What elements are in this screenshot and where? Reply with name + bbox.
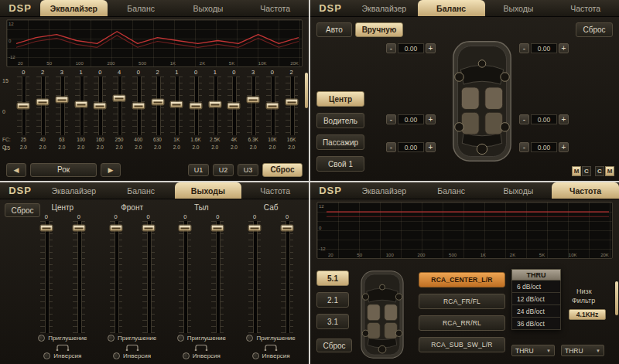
slope-option[interactable]: 24 dB/oct (511, 305, 561, 318)
tab-frequency[interactable]: Частота (241, 182, 309, 199)
eq-slider-thumb[interactable] (151, 98, 164, 105)
balance-reset-button[interactable]: Сброс (576, 22, 613, 37)
eq-slider-thumb[interactable] (170, 100, 183, 107)
mc-cell[interactable]: C (595, 166, 604, 176)
eq-slider-thumb[interactable] (74, 100, 87, 107)
output-slider[interactable] (40, 221, 53, 333)
output-slider-thumb[interactable] (211, 225, 224, 232)
auto-mode-button[interactable]: Авто (316, 22, 352, 37)
eq-slider-thumb[interactable] (36, 98, 50, 105)
tab-frequency[interactable]: Частота (552, 0, 619, 16)
hpf-select[interactable]: THRU ▼ (561, 345, 604, 356)
mode-5-1-button[interactable]: 5.1 (316, 270, 349, 286)
minus-button[interactable]: - (519, 114, 529, 124)
eq-band-slider[interactable] (17, 77, 29, 135)
eq-slider-thumb[interactable] (132, 103, 145, 110)
eq-band-slider[interactable] (286, 77, 298, 135)
eq-band-slider[interactable] (247, 77, 259, 135)
eq-band-slider[interactable] (113, 77, 125, 135)
plus-button[interactable]: + (559, 142, 569, 152)
mute-checkbox[interactable] (38, 335, 45, 342)
channel-link-icon[interactable] (263, 344, 279, 351)
eq-band-slider[interactable] (94, 77, 106, 135)
plus-button[interactable]: + (559, 43, 569, 53)
mute-checkbox[interactable] (177, 335, 184, 342)
eq-band-slider[interactable] (227, 77, 240, 135)
invert-checkbox[interactable] (252, 352, 259, 359)
eq-band-slider[interactable] (170, 77, 183, 135)
eq-slider-thumb[interactable] (265, 103, 279, 110)
preset-custom-button[interactable]: Свой 1 (316, 156, 364, 172)
rca-sub-button[interactable]: RCA_SUB_SW_L/R (419, 337, 505, 352)
minus-button[interactable]: - (519, 142, 529, 152)
output-slider-thumb[interactable] (142, 225, 155, 232)
memory-u2-button[interactable]: U2 (213, 164, 234, 176)
plus-button[interactable]: + (426, 142, 436, 152)
eq-slider-thumb[interactable] (247, 97, 260, 104)
eq-band-slider[interactable] (132, 77, 145, 135)
memory-u3-button[interactable]: U3 (238, 164, 258, 176)
slope-option[interactable]: 36 dB/oct (511, 318, 561, 330)
eq-slider-thumb[interactable] (285, 98, 298, 105)
eq-slider-thumb[interactable] (55, 97, 68, 104)
rca-rear-button[interactable]: RCA_RR/RL (419, 315, 505, 331)
preset-prev-button[interactable]: ◀ (6, 163, 26, 177)
eq-band-slider[interactable] (190, 77, 202, 135)
eq-band-slider[interactable] (209, 77, 221, 135)
eq-band-slider[interactable] (75, 77, 87, 135)
tab-balance[interactable]: Баланс (108, 0, 175, 16)
invert-checkbox[interactable] (113, 352, 120, 359)
eq-slider-thumb[interactable] (17, 103, 30, 110)
tab-equalizer[interactable]: Эквалайзер (40, 0, 108, 16)
preset-button[interactable]: Рок (30, 163, 97, 177)
mute-checkbox[interactable] (246, 335, 253, 342)
eq-slider-thumb[interactable] (208, 100, 221, 107)
eq-band-slider[interactable] (36, 77, 49, 135)
invert-checkbox[interactable] (43, 352, 50, 359)
eq-band-slider[interactable] (266, 77, 279, 135)
memory-u1-button[interactable]: U1 (188, 164, 209, 176)
invert-checkbox[interactable] (183, 352, 190, 359)
mode-3-1-button[interactable]: 3.1 (316, 314, 349, 329)
output-slider-thumb[interactable] (248, 225, 262, 232)
channel-link-icon[interactable] (125, 344, 140, 351)
mc-cell[interactable]: M (605, 166, 614, 176)
tab-outputs[interactable]: Выходы (485, 182, 552, 199)
output-slider[interactable] (211, 221, 224, 333)
eq-slider-thumb[interactable] (227, 103, 241, 110)
channel-link-icon[interactable] (193, 344, 209, 351)
mc-cell[interactable]: C (582, 166, 591, 176)
plus-button[interactable]: + (559, 114, 569, 124)
eq-band-slider[interactable] (152, 77, 164, 135)
tab-equalizer[interactable]: Эквалайзер (351, 0, 418, 16)
output-slider[interactable] (73, 221, 85, 333)
lpf-select[interactable]: THRU ▼ (511, 345, 555, 356)
tab-outputs[interactable]: Выходы (485, 0, 552, 16)
eq-band-slider[interactable] (56, 77, 68, 135)
preset-next-button[interactable]: ▶ (101, 163, 121, 177)
plus-button[interactable]: + (426, 114, 436, 124)
eq-slider-thumb[interactable] (189, 103, 202, 110)
slope-option[interactable]: 12 dB/oct (511, 293, 561, 305)
minus-button[interactable]: - (386, 142, 396, 152)
tab-equalizer[interactable]: Эквалайзер (351, 182, 418, 199)
freq-reset-button[interactable]: Сброс (316, 338, 352, 352)
output-slider-thumb[interactable] (39, 225, 53, 232)
output-slider[interactable] (142, 221, 155, 333)
output-slider[interactable] (179, 221, 191, 333)
tab-frequency[interactable]: Частота (552, 182, 619, 199)
output-slider-thumb[interactable] (72, 225, 85, 232)
output-slider-thumb[interactable] (179, 225, 192, 232)
filter-frequency-value[interactable]: 4.1KHz (569, 309, 606, 320)
minus-button[interactable]: - (519, 43, 529, 53)
tab-equalizer[interactable]: Эквалайзер (40, 182, 108, 199)
preset-passenger-button[interactable]: Пассажир (316, 134, 364, 150)
tab-outputs[interactable]: Выходы (175, 0, 242, 16)
minus-button[interactable]: - (386, 43, 396, 53)
scroll-indicator[interactable] (615, 281, 618, 315)
output-slider-thumb[interactable] (109, 225, 122, 232)
minus-button[interactable]: - (386, 114, 396, 124)
manual-mode-button[interactable]: Вручную (355, 22, 403, 37)
rca-center-button[interactable]: RCA_CENTER_L/R (419, 272, 505, 287)
mute-checkbox[interactable] (108, 335, 115, 342)
